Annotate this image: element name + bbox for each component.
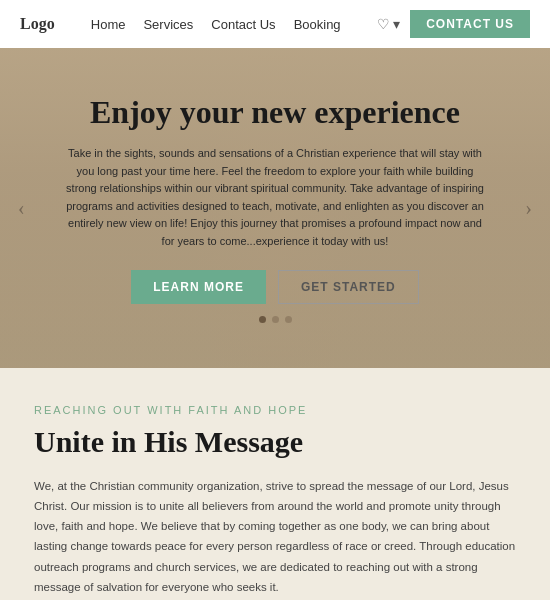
learn-more-button[interactable]: LEARN MORE bbox=[131, 270, 266, 304]
get-started-button[interactable]: GET STARTED bbox=[278, 270, 419, 304]
hero-content: Enjoy your new experience Take in the si… bbox=[5, 93, 545, 324]
nav-services[interactable]: Services bbox=[143, 17, 193, 32]
dot-1[interactable] bbox=[259, 316, 266, 323]
logo: Logo bbox=[20, 15, 55, 33]
nav-links: Home Services Contact Us Booking bbox=[91, 17, 341, 32]
hero-buttons: LEARN MORE GET STARTED bbox=[65, 270, 485, 304]
mission-section: REACHING OUT WITH FAITH AND HOPE Unite i… bbox=[0, 368, 550, 600]
hero-arrow-right[interactable]: › bbox=[517, 189, 540, 228]
nav-right: ♡ ▾ CONTACT US bbox=[377, 10, 530, 38]
mission-tag: REACHING OUT WITH FAITH AND HOPE bbox=[34, 404, 516, 416]
contact-button[interactable]: CONTACT US bbox=[410, 10, 530, 38]
nav-booking[interactable]: Booking bbox=[294, 17, 341, 32]
hero-dots bbox=[65, 316, 485, 323]
dot-2[interactable] bbox=[272, 316, 279, 323]
hero-section: ‹ › Enjoy your new experience Take in th… bbox=[0, 48, 550, 368]
mission-title: Unite in His Message bbox=[34, 424, 516, 460]
mission-text: We, at the Christian community organizat… bbox=[34, 476, 516, 597]
navbar: Logo Home Services Contact Us Booking ♡ … bbox=[0, 0, 550, 48]
heart-icon[interactable]: ♡ ▾ bbox=[377, 16, 401, 33]
nav-home[interactable]: Home bbox=[91, 17, 126, 32]
dot-3[interactable] bbox=[285, 316, 292, 323]
hero-arrow-left[interactable]: ‹ bbox=[10, 189, 33, 228]
hero-title: Enjoy your new experience bbox=[65, 93, 485, 131]
nav-contact[interactable]: Contact Us bbox=[211, 17, 275, 32]
hero-text: Take in the sights, sounds and sensation… bbox=[65, 145, 485, 251]
